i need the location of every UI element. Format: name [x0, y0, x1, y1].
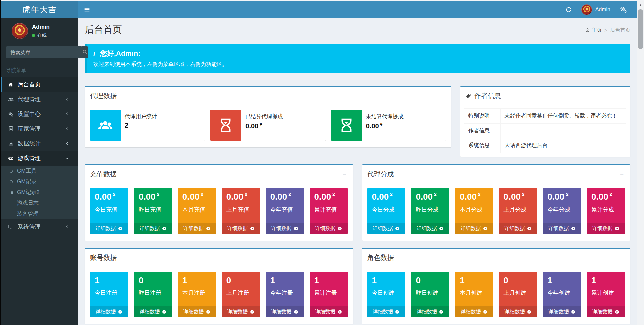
tile-label: 上月注册 — [226, 289, 256, 297]
sidebar-item-设置中心[interactable]: 设置中心 — [1, 106, 78, 121]
scroll-up-button[interactable]: ▲ — [637, 1, 644, 9]
content-area: 后台首页 主页 > 后台首页 i 您好,Admin: 欢迎来到使用本系统，左侧为… — [78, 18, 637, 325]
sidebar-subitem-GM记录[interactable]: GM记录 — [1, 176, 78, 187]
tile-value: 0 — [139, 276, 168, 285]
tile-detail-link[interactable]: 详细数据 — [367, 306, 406, 317]
tile-label: 今日充值 — [95, 206, 124, 214]
sidebar-subitem-GM记录2[interactable]: GM记录2 — [1, 187, 78, 198]
tile-detail-link[interactable]: 详细数据 — [587, 306, 625, 317]
collapse-button[interactable]: − — [619, 92, 625, 100]
tile-detail-link[interactable]: 详细数据 — [411, 306, 449, 317]
tile-inner: 0.00 ¥本月充值 — [178, 188, 216, 223]
arrow-circle-icon — [439, 310, 443, 314]
collapse-button[interactable]: − — [440, 92, 446, 100]
tile-昨日注册: 0昨日注册详细数据 — [134, 272, 172, 318]
panel-title: 充值数据 — [90, 170, 117, 179]
tile-detail-link[interactable]: 详细数据 — [587, 223, 625, 234]
tile-上月创建: 0上月创建详细数据 — [499, 272, 537, 318]
tile-detail-link[interactable]: 详细数据 — [222, 223, 260, 234]
sidebar-item-代理管理[interactable]: 代理管理 — [1, 92, 78, 106]
sidebar-item-玩家管理[interactable]: 玩家管理 — [1, 121, 78, 136]
user-menu[interactable]: Admin — [579, 1, 613, 18]
tile-value: 0.00 ¥ — [182, 192, 212, 202]
tile-上月充值: 0.00 ¥上月充值详细数据 — [222, 188, 260, 234]
search-button[interactable] — [82, 46, 88, 58]
sidebar-subitem-装备管理[interactable]: 装备管理 — [1, 208, 78, 219]
tile-label: 上月充值 — [226, 206, 256, 214]
tile-detail-label: 详细数据 — [592, 225, 612, 232]
tile-detail-label: 详细数据 — [315, 309, 335, 315]
tile-value: 0 — [226, 276, 256, 285]
tile-detail-link[interactable]: 详细数据 — [543, 223, 581, 234]
table-row: 作者信息 — [464, 124, 626, 138]
sidebar: Admin 在线 导航菜单 后台首页代理管理设置中心玩家管理数据统计游戏管理GM… — [1, 18, 78, 325]
sidebar-item-系统管理[interactable]: 系统管理 — [1, 219, 78, 234]
tile-detail-link[interactable]: 详细数据 — [411, 223, 449, 234]
tile-detail-link[interactable]: 详细数据 — [455, 306, 493, 317]
info-box-value: 2 — [125, 122, 157, 129]
tile-detail-link[interactable]: 详细数据 — [222, 306, 260, 317]
sidebar-subitem-游戏日志[interactable]: 游戏日志 — [1, 198, 78, 208]
tile-detail-link[interactable]: 详细数据 — [134, 306, 172, 317]
tile-inner: 0.00 ¥今日分成 — [367, 188, 406, 223]
sidebar-subitem-label: GM工具 — [17, 168, 37, 175]
tile-value: 0 — [416, 276, 445, 285]
app-logo[interactable]: 虎年大吉 — [1, 1, 78, 18]
arrow-circle-icon — [338, 310, 342, 314]
tile-detail-label: 详细数据 — [548, 309, 569, 315]
tile-detail-link[interactable]: 详细数据 — [90, 223, 128, 234]
arrow-circle-icon — [118, 226, 122, 231]
sidebar-submenu: GM工具GM记录GM记录2游戏日志装备管理 — [1, 166, 78, 219]
refresh-button[interactable] — [561, 1, 576, 18]
sidebar-item-数据统计[interactable]: 数据统计 — [1, 136, 78, 151]
collapse-button[interactable]: − — [341, 170, 347, 178]
sidebar-item-label: 玩家管理 — [18, 125, 65, 133]
tile-detail-link[interactable]: 详细数据 — [178, 223, 216, 234]
tile-inner: 0.00 ¥累计充值 — [310, 188, 348, 223]
tile-detail-link[interactable]: 详细数据 — [367, 223, 406, 234]
collapse-button[interactable]: − — [619, 254, 625, 262]
tile-inner: 1累计创建 — [587, 272, 625, 307]
arrow-circle-icon — [483, 226, 487, 231]
gamepad-icon — [8, 155, 14, 161]
arrow-circle-icon — [294, 226, 298, 231]
tile-detail-link[interactable]: 详细数据 — [310, 306, 348, 317]
arrow-circle-icon — [294, 310, 298, 314]
vertical-scrollbar[interactable]: ▲ — [637, 1, 644, 325]
collapse-button[interactable]: − — [619, 170, 625, 178]
collapse-button[interactable]: − — [341, 254, 347, 262]
sidebar-item-游戏管理[interactable]: 游戏管理 — [1, 151, 78, 166]
tile-inner: 0.00 ¥今年充值 — [266, 188, 304, 223]
tile-detail-label: 详细数据 — [271, 309, 291, 315]
search-input[interactable] — [6, 46, 82, 58]
tile-detail-link[interactable]: 详细数据 — [310, 223, 348, 234]
tile-inner: 0上月创建 — [499, 272, 537, 307]
address-card-icon — [8, 126, 14, 132]
sidebar-toggle-button[interactable] — [78, 1, 96, 18]
tile-本月创建: 1本月创建详细数据 — [455, 272, 493, 318]
hourglass-icon — [339, 118, 354, 133]
tile-detail-label: 详细数据 — [183, 309, 204, 315]
tile-detail-link[interactable]: 详细数据 — [134, 223, 172, 234]
sidebar-subitem-GM工具[interactable]: GM工具 — [1, 166, 78, 176]
tile-detail-link[interactable]: 详细数据 — [499, 306, 537, 317]
tile-detail-label: 详细数据 — [227, 309, 248, 315]
tile-detail-link[interactable]: 详细数据 — [455, 223, 493, 234]
avatar — [12, 23, 28, 39]
scrollbar-thumb[interactable] — [638, 9, 643, 49]
tile-inner: 1本月注册 — [178, 272, 216, 307]
tile-detail-link[interactable]: 详细数据 — [543, 306, 581, 317]
tile-detail-link[interactable]: 详细数据 — [499, 223, 537, 234]
settings-button[interactable] — [616, 1, 631, 18]
breadcrumb-home-link[interactable]: 主页 — [585, 27, 602, 33]
tile-detail-link[interactable]: 详细数据 — [90, 306, 128, 317]
tile-detail-link[interactable]: 详细数据 — [266, 223, 304, 234]
tile-detail-label: 详细数据 — [183, 225, 204, 232]
tile-今日充值: 0.00 ¥今日充值详细数据 — [90, 188, 128, 234]
sidebar-subitem-label: GM记录2 — [17, 189, 40, 196]
tile-inner: 0.00 ¥累计分成 — [587, 188, 625, 223]
tile-detail-link[interactable]: 详细数据 — [178, 306, 216, 317]
sidebar-item-后台首页[interactable]: 后台首页 — [1, 77, 78, 92]
tag-icon — [466, 93, 471, 99]
tile-detail-link[interactable]: 详细数据 — [266, 306, 304, 317]
